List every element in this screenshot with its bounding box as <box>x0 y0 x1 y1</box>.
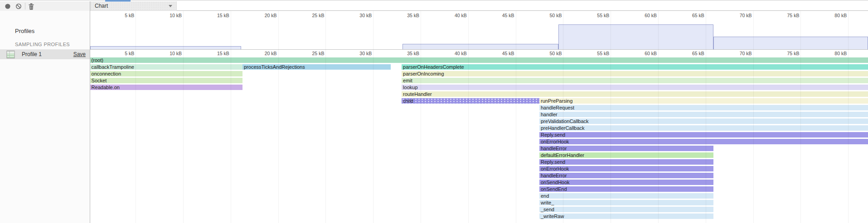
flame-frame[interactable]: preValidationCallback <box>539 119 868 124</box>
gridline <box>231 11 231 223</box>
flame-frame[interactable]: Readable.on <box>90 85 242 90</box>
overview-step[interactable] <box>402 44 558 49</box>
overview-step[interactable] <box>558 24 713 49</box>
toolbar-left-group <box>0 1 90 11</box>
flame-frame[interactable]: onErrorHook <box>539 139 868 144</box>
flame-frame[interactable]: defaultErrorHandler <box>539 152 713 158</box>
flame-frame[interactable]: onconnection <box>90 71 242 76</box>
flame-frame[interactable]: runPreParsing <box>539 98 868 104</box>
gridline <box>183 11 184 223</box>
chart-ruler <box>90 49 868 57</box>
sampling-profiles-section-label: SAMPLING PROFILES <box>15 42 70 47</box>
flame-frame[interactable]: emit <box>402 78 868 83</box>
gridline <box>468 11 469 223</box>
flame-frame[interactable]: handleRequest <box>539 105 868 110</box>
profile-name: Profile 1 <box>22 51 42 57</box>
flame-frame[interactable]: onSendEnd <box>539 186 713 192</box>
record-icon <box>5 3 11 9</box>
profile-item[interactable]: Profile 1 Save <box>0 49 90 59</box>
overview-step[interactable] <box>713 37 868 49</box>
tick-label: 25 kB <box>297 13 324 18</box>
gridline <box>278 11 279 223</box>
circle-slash-icon <box>15 3 22 9</box>
flame-frame[interactable]: parserOnIncoming <box>402 71 868 76</box>
flame-frame[interactable]: routeHandler <box>402 91 868 97</box>
delete-profile-button[interactable] <box>28 3 35 10</box>
tick-label: 80 kB <box>820 13 847 18</box>
flame-frame[interactable]: lookup <box>402 85 868 90</box>
profiler-toolbar: Chart <box>0 1 868 11</box>
tick-label: 5 kB <box>107 13 134 18</box>
flame-frame[interactable]: processTicksAndRejections <box>242 64 391 70</box>
tick-label: 10 kB <box>155 13 182 18</box>
record-button[interactable] <box>4 3 11 10</box>
flame-frame[interactable]: onSendHook <box>539 180 713 185</box>
tick-label: 50 kB <box>534 13 562 18</box>
overview-step[interactable] <box>90 46 241 49</box>
toolbar-separator <box>25 3 25 9</box>
flame-frame[interactable]: handleError <box>539 146 713 151</box>
flame-frame[interactable]: onErrorHook <box>539 166 713 171</box>
flame-frame[interactable]: _writeRaw <box>539 214 713 219</box>
gridline <box>421 11 421 223</box>
view-mode-value: Chart <box>95 3 108 9</box>
sidebar-heading: Profiles <box>15 28 34 34</box>
tick-label: 55 kB <box>582 13 609 18</box>
flame-frame[interactable]: callbackTrampoline <box>90 64 242 70</box>
profiles-sidebar: Profiles SAMPLING PROFILES Profile 1 Sav… <box>0 11 90 223</box>
gridline <box>136 11 136 223</box>
gridline <box>325 11 326 223</box>
flame-frame[interactable]: handleError <box>539 173 713 178</box>
chevron-down-icon <box>169 5 172 7</box>
flame-frame[interactable]: Socket <box>90 78 242 83</box>
tick-label: 60 kB <box>630 13 657 18</box>
gridline <box>516 11 516 223</box>
tick-label: 75 kB <box>772 13 799 18</box>
flame-frame[interactable]: Reply.send <box>539 159 713 165</box>
flame-frame[interactable]: preHandlerCallback <box>539 125 868 131</box>
flame-frame[interactable]: write_ <box>539 200 713 205</box>
flame-frame[interactable]: end <box>539 193 713 199</box>
tick-label: 35 kB <box>392 13 419 18</box>
tick-label: 30 kB <box>344 13 372 18</box>
memory-profiler-panel: Chart Profiles SAMPLING PROFILES Profile… <box>0 0 868 223</box>
flame-frame[interactable]: child <box>402 98 539 104</box>
tick-label: 40 kB <box>440 13 467 18</box>
tick-label: 65 kB <box>677 13 704 18</box>
flame-chart-panel: (root)callbackTrampolineprocessTicksAndR… <box>90 11 868 223</box>
flame-frame[interactable]: _send <box>539 207 713 212</box>
tick-label: 15 kB <box>202 13 229 18</box>
flame-frame[interactable]: Reply.send <box>539 132 868 138</box>
tick-label: 70 kB <box>725 13 752 18</box>
trash-icon <box>28 3 34 10</box>
view-mode-select[interactable]: Chart <box>90 1 177 11</box>
tick-label: 20 kB <box>250 13 277 18</box>
clear-all-button[interactable] <box>15 3 22 10</box>
flame-frame[interactable]: parserOnHeadersComplete <box>402 64 868 70</box>
flame-frame[interactable]: (root) <box>90 57 868 63</box>
gridline <box>373 11 373 223</box>
profile-table-icon <box>6 50 15 61</box>
flame-frame[interactable]: handler <box>539 112 868 117</box>
save-profile-link[interactable]: Save <box>73 51 86 57</box>
tick-label: 45 kB <box>487 13 514 18</box>
